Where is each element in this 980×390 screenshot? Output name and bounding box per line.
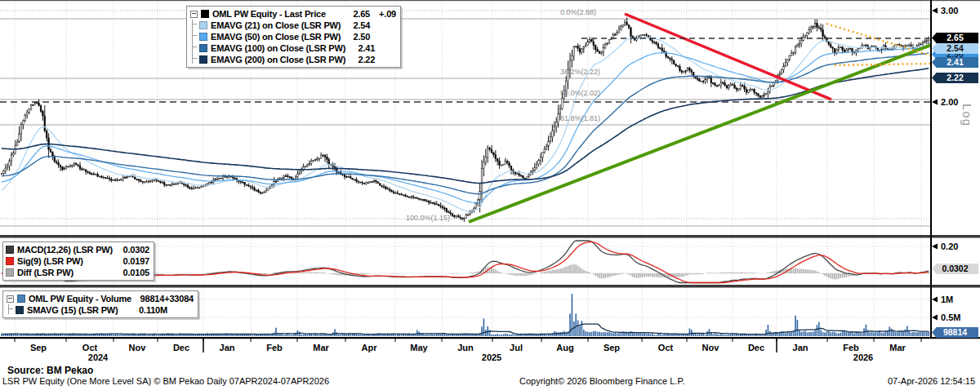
month-label: Mar xyxy=(889,343,906,352)
fib-level-label: 0.0%(2.88) xyxy=(560,8,596,16)
series-change: +.09 xyxy=(370,9,396,19)
month-label: Aug xyxy=(556,343,573,352)
price-badge-2.22: 2.22 xyxy=(932,73,978,83)
series-change: +33084 xyxy=(164,294,194,304)
year-label: 2024 xyxy=(88,352,108,362)
legend-row[interactable]: OML PW Equity - Volume98814+33084 xyxy=(6,293,194,304)
series-swatch-icon xyxy=(199,55,207,64)
legend-row[interactable]: Sig(9) (LSR PW)0.0197 xyxy=(6,255,149,267)
legend-tree-stub xyxy=(192,35,197,36)
series-value: 2.22 xyxy=(345,55,375,64)
legend-tree-line xyxy=(8,304,9,314)
axis-tick-3.00: 3.00 xyxy=(941,6,958,16)
macd-legend[interactable]: MACD(12,26) (LSR PW)0.0302Sig(9) (LSR PW… xyxy=(2,242,154,281)
month-label: Mar xyxy=(313,343,329,352)
legend-row[interactable]: EMAVG (100) on Close (LSR PW)2.41 xyxy=(189,42,396,54)
month-label: Nov xyxy=(702,343,719,352)
footer-copyright: Copyright© 2026 Bloomberg Finance L.P. xyxy=(519,376,684,386)
green-uptrend xyxy=(469,45,931,222)
series-value: 0.0197 xyxy=(120,256,149,266)
volume-legend[interactable]: OML PW Equity - Volume98814+33084SMAVG (… xyxy=(2,290,198,318)
chart-canvas[interactable] xyxy=(0,0,980,390)
series-label: OML PW Equity - Volume xyxy=(29,294,131,304)
month-label: Sep xyxy=(604,343,620,352)
series-label: SMAVG (15) (LSR PW) xyxy=(27,305,118,315)
month-label: Jan xyxy=(793,343,808,352)
series-swatch-icon xyxy=(6,257,14,265)
month-label: Dec xyxy=(173,343,189,352)
month-label: Dec xyxy=(748,343,764,352)
series-label: EMAVG (200) on Close (LSR PW) xyxy=(211,55,345,64)
fib-level-label: 38.2%(2.22) xyxy=(560,68,600,76)
series-value: 98814 xyxy=(135,294,164,304)
series-swatch-icon xyxy=(201,10,209,18)
month-label: Jan xyxy=(220,343,235,352)
fib-level-label: 61.8%(1.81) xyxy=(560,114,600,122)
year-label: 2026 xyxy=(853,352,873,362)
legend-row[interactable]: Diff (LSR PW)0.0105 xyxy=(6,267,149,278)
series-swatch-icon xyxy=(199,44,207,52)
ema100-line xyxy=(2,53,929,194)
month-label: Oct xyxy=(82,343,97,352)
legend-row[interactable]: EMAVG (50) on Close (LSR PW)2.50 xyxy=(189,31,396,42)
series-label: EMAVG (50) on Close (LSR PW) xyxy=(211,32,341,42)
series-value: 2.50 xyxy=(341,32,370,42)
series-label: OML PW Equity - Last Price xyxy=(212,9,326,19)
year-label: 2025 xyxy=(482,352,501,362)
axis-tick-0.20: 0.20 xyxy=(941,242,958,251)
legend-row[interactable]: SMAVG (15) (LSR PW)0.110M xyxy=(6,304,194,316)
series-value: 2.41 xyxy=(345,43,375,53)
series-value: 2.54 xyxy=(341,20,370,30)
month-label: Apr xyxy=(362,343,377,352)
month-label: Nov xyxy=(129,343,146,352)
macd-value-badge: 0.0302 xyxy=(932,264,978,274)
legend-row[interactable]: MACD(12,26) (LSR PW)0.0302 xyxy=(6,244,149,255)
price-badge-2.65: 2.65 xyxy=(932,33,978,43)
series-label: Diff (LSR PW) xyxy=(17,268,74,277)
series-label: Sig(9) (LSR PW) xyxy=(17,256,83,266)
legend-row[interactable]: EMAVG (21) on Close (LSR PW)2.54 xyxy=(189,20,396,31)
series-value: 0.0105 xyxy=(120,268,149,277)
axis-tick-2.00: 2.00 xyxy=(941,97,958,107)
legend-tree-stub xyxy=(192,58,197,59)
legend-tree-stub xyxy=(8,308,13,309)
legend-row[interactable]: EMAVG (200) on Close (LSR PW)2.22 xyxy=(189,54,396,65)
log-scale-label: Log xyxy=(960,104,974,126)
footer-timestamp: 07-Apr-2026 12:54:15 xyxy=(888,376,975,386)
fib-level-label: 100.0%(1.15) xyxy=(406,214,450,222)
price-badge-2.54: 2.54 xyxy=(932,43,978,54)
month-label: Jun xyxy=(457,343,474,352)
legend-tree-stub xyxy=(192,24,197,24)
chart-window: OML PW Equity - Last Price2.65+.09EMAVG … xyxy=(0,0,980,390)
series-label: EMAVG (21) on Close (LSR PW) xyxy=(211,20,341,30)
price-legend[interactable]: OML PW Equity - Last Price2.65+.09EMAVG … xyxy=(186,6,401,68)
series-swatch-icon xyxy=(199,33,207,41)
series-swatch-icon xyxy=(6,268,14,277)
volume-value-badge: 98814 xyxy=(932,327,978,338)
series-swatch-icon xyxy=(17,295,25,303)
month-label: May xyxy=(410,343,427,352)
month-label: Jul xyxy=(510,343,523,352)
series-value: 2.65 xyxy=(341,9,370,19)
series-label: EMAVG (100) on Close (LSR PW) xyxy=(211,43,345,53)
collapse-icon[interactable] xyxy=(190,11,198,18)
legend-tree-line xyxy=(192,20,193,64)
collapse-icon[interactable] xyxy=(7,295,14,303)
footer-source: Source: BM Pekao xyxy=(7,365,93,376)
month-label: Feb xyxy=(266,343,283,352)
ema200-line xyxy=(2,69,929,184)
footer-description: LSR PW Equity (One More Level SA) © BM P… xyxy=(2,376,329,386)
price-badge-2.41: 2.41 xyxy=(932,57,978,68)
series-swatch-icon xyxy=(199,21,207,29)
month-label: Feb xyxy=(843,343,859,352)
axis-tick-0.5M: 0.5M xyxy=(941,312,960,322)
series-swatch-icon xyxy=(6,246,14,254)
series-value: 0.110M xyxy=(138,305,167,315)
series-value: 0.0302 xyxy=(120,245,149,255)
month-label: Sep xyxy=(30,343,47,352)
legend-tree-stub xyxy=(192,47,197,47)
legend-row[interactable]: OML PW Equity - Last Price2.65+.09 xyxy=(189,8,396,20)
fib-level-label: 50.0%(2.02) xyxy=(560,89,600,97)
series-swatch-icon xyxy=(16,306,24,314)
axis-tick-1M: 1M xyxy=(941,295,953,304)
